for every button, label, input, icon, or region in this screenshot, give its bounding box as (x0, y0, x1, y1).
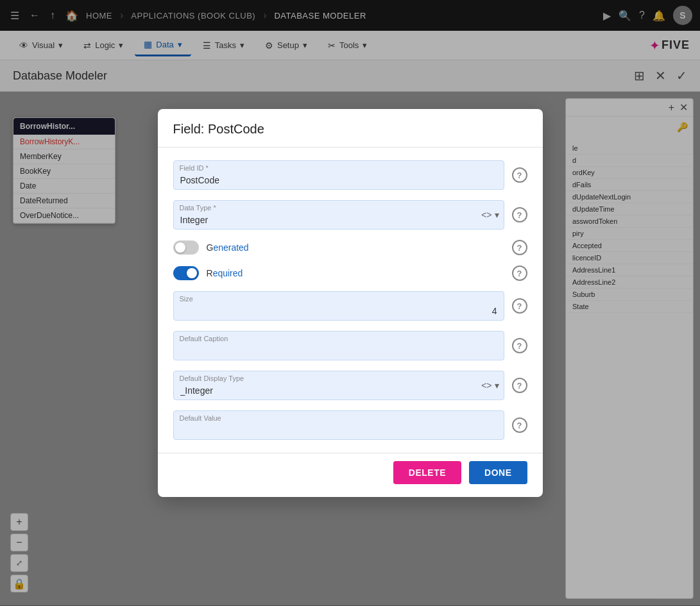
default-display-type-row: Default Display Type _Integer <> ▾ ? (173, 371, 527, 400)
default-value-field: Default Value (173, 410, 504, 440)
required-toggle-knob (187, 268, 197, 278)
field-id-input[interactable] (173, 160, 504, 190)
generated-toggle-knob (175, 242, 185, 253)
field-id-help-icon[interactable]: ? (512, 167, 527, 183)
default-caption-help-icon[interactable]: ? (512, 338, 527, 353)
default-display-type-help-icon[interactable]: ? (512, 378, 527, 393)
default-caption-field: Default Caption (173, 331, 504, 360)
data-type-field: Data Type * Integer <> ▾ (173, 200, 504, 230)
default-caption-input[interactable] (173, 331, 504, 360)
default-display-type-field: Default Display Type _Integer <> ▾ (173, 371, 504, 400)
required-label: Required (207, 268, 504, 278)
modal-footer: DELETE DONE (158, 453, 543, 497)
generated-toggle[interactable] (173, 240, 199, 255)
default-value-help-icon[interactable]: ? (512, 417, 527, 433)
field-id-field: Field ID * (173, 160, 504, 190)
required-toggle[interactable] (173, 266, 199, 280)
required-row: Required ? (173, 265, 527, 281)
generated-label: Generated (207, 242, 504, 253)
size-help-icon[interactable]: ? (512, 298, 527, 314)
default-caption-row: Default Caption ? (173, 331, 527, 360)
generated-highlight: enerated (213, 242, 248, 253)
size-input[interactable] (173, 291, 504, 321)
required-help-icon[interactable]: ? (512, 265, 527, 281)
field-id-row: Field ID * ? (173, 160, 527, 190)
default-value-input[interactable] (173, 410, 504, 440)
modal-overlay: Field: PostCode Field ID * ? Data Type *… (0, 0, 700, 606)
data-type-help-icon[interactable]: ? (512, 207, 527, 223)
generated-row: Generated ? (173, 240, 527, 255)
delete-button[interactable]: DELETE (393, 461, 461, 484)
field-modal: Field: PostCode Field ID * ? Data Type *… (158, 109, 543, 497)
done-button[interactable]: DONE (469, 461, 527, 484)
default-display-type-select[interactable]: _Integer (173, 371, 504, 400)
size-field: Size (173, 291, 504, 321)
data-type-select[interactable]: Integer (173, 200, 504, 230)
required-highlight: equired (213, 268, 243, 278)
modal-header: Field: PostCode (158, 109, 543, 147)
default-value-row: Default Value ? (173, 410, 527, 440)
modal-body: Field ID * ? Data Type * Integer <> ▾ (158, 147, 543, 453)
generated-help-icon[interactable]: ? (512, 240, 527, 255)
size-row: Size ? (173, 291, 527, 321)
modal-title: Field: PostCode (173, 122, 264, 136)
data-type-row: Data Type * Integer <> ▾ ? (173, 200, 527, 230)
